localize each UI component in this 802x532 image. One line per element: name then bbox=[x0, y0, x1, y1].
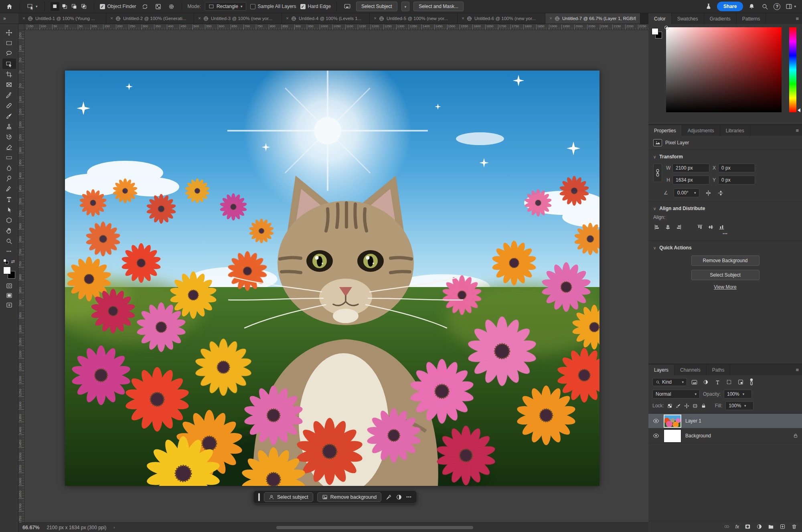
select-subject-button[interactable]: Select Subject bbox=[356, 2, 397, 11]
tab-layers[interactable]: Layers bbox=[648, 364, 674, 375]
home-button[interactable] bbox=[5, 2, 14, 11]
visibility-eye-icon[interactable] bbox=[652, 419, 660, 423]
zoom-level[interactable]: 66.67% bbox=[22, 525, 39, 530]
flip-vertical-button[interactable] bbox=[717, 190, 724, 196]
tab-untitled-5[interactable]: ×Untitled-5 @ 100% (new yor... bbox=[370, 13, 458, 24]
new-selection-button[interactable] bbox=[51, 2, 59, 11]
lock-artboard-button[interactable] bbox=[693, 403, 698, 409]
clone-stamp-tool[interactable] bbox=[2, 121, 16, 131]
beta-features-button[interactable] bbox=[704, 2, 713, 11]
frame-tool[interactable] bbox=[2, 79, 16, 90]
adjustment-icon[interactable] bbox=[396, 494, 402, 500]
tab-swatches[interactable]: Swatches bbox=[672, 13, 704, 24]
link-dimensions-button[interactable] bbox=[653, 164, 662, 182]
canvas-area[interactable]: Select subject Remove background ••• bbox=[24, 30, 648, 522]
layer-effects-button[interactable]: fx bbox=[735, 524, 739, 530]
tab-libraries[interactable]: Libraries bbox=[720, 125, 750, 136]
x-field[interactable]: 0 px bbox=[718, 164, 755, 172]
tool-preset-button[interactable]: ▾ bbox=[26, 2, 39, 11]
status-chevron-icon[interactable]: › bbox=[113, 526, 115, 530]
lock-position-button[interactable] bbox=[684, 403, 689, 409]
filter-kind-dropdown[interactable]: Kind ▾ bbox=[652, 378, 687, 386]
horizontal-ruler[interactable]: 1501005005010015020025030035040045050055… bbox=[24, 24, 648, 30]
type-tool[interactable] bbox=[2, 194, 16, 204]
tab-color[interactable]: Color bbox=[648, 13, 672, 24]
filter-type-layers-button[interactable] bbox=[713, 378, 722, 386]
flip-horizontal-button[interactable] bbox=[705, 190, 712, 196]
quick-actions-header[interactable]: ∨Quick Actions bbox=[653, 245, 797, 251]
height-field[interactable]: 1634 px bbox=[672, 176, 709, 184]
screen-mode-menu-button[interactable] bbox=[6, 302, 12, 308]
close-icon[interactable]: × bbox=[22, 16, 25, 21]
eyedropper-tool[interactable] bbox=[2, 90, 16, 100]
tab-untitled-3[interactable]: ×Untitled-3 @ 100% (new yor... bbox=[194, 13, 282, 24]
object-finder-checkbox[interactable]: ✓ Object Finder bbox=[100, 4, 136, 9]
document-canvas[interactable] bbox=[65, 71, 599, 486]
crop-tool[interactable] bbox=[2, 69, 16, 79]
close-icon[interactable]: × bbox=[549, 16, 552, 21]
screen-mode-button[interactable] bbox=[6, 292, 12, 299]
tab-untitled-7-active[interactable]: ×Untitled-7 @ 66.7% (Layer 1, RGB/8) * bbox=[545, 13, 640, 24]
color-picker-handle[interactable] bbox=[664, 26, 668, 29]
panel-menu-icon[interactable]: ≡ bbox=[796, 16, 799, 22]
panel-menu-icon[interactable]: ≡ bbox=[796, 367, 799, 373]
tab-untitled-4[interactable]: ×Untitled-4 @ 100% (Levels 1... bbox=[282, 13, 370, 24]
hue-slider-handle[interactable] bbox=[798, 108, 800, 112]
select-and-mask-button[interactable]: Select and Mask... bbox=[413, 2, 464, 11]
tab-untitled-2[interactable]: ×Untitled-2 @ 100% (Generati... bbox=[106, 13, 194, 24]
ctx-select-subject-button[interactable]: Select subject bbox=[264, 492, 313, 502]
opacity-dropdown[interactable]: 100%▾ bbox=[724, 390, 752, 398]
more-options-icon[interactable]: ••• bbox=[406, 495, 412, 499]
quick-mask-button[interactable] bbox=[6, 283, 12, 289]
refresh-button[interactable] bbox=[140, 2, 150, 11]
object-selection-tool[interactable] bbox=[2, 59, 16, 69]
swap-colors-button[interactable]: ⇄ bbox=[11, 259, 14, 264]
tab-untitled-6[interactable]: ×Untitled-6 @ 100% (new yor... bbox=[458, 13, 545, 24]
intersect-selection-button[interactable] bbox=[79, 2, 88, 11]
foreground-background-colors[interactable] bbox=[3, 267, 15, 279]
tab-untitled-1[interactable]: ×Untitled-1 @ 100% (Young ... bbox=[18, 13, 106, 24]
lasso-tool[interactable] bbox=[2, 48, 16, 59]
close-icon[interactable]: × bbox=[198, 16, 201, 21]
hue-slider[interactable] bbox=[789, 27, 796, 112]
workspace-button[interactable]: ▾ bbox=[784, 2, 797, 11]
new-layer-button[interactable] bbox=[780, 524, 786, 530]
lock-image-pixels-button[interactable] bbox=[676, 403, 681, 409]
align-bottom-button[interactable] bbox=[719, 224, 725, 230]
blur-tool[interactable] bbox=[2, 163, 16, 173]
filter-smart-objects-button[interactable] bbox=[736, 378, 745, 386]
select-subject-quick-button[interactable]: Select Subject bbox=[691, 270, 759, 280]
transform-header[interactable]: ∨Transform bbox=[653, 154, 797, 160]
align-center-h-button[interactable] bbox=[665, 224, 671, 230]
lock-transparent-pixels-button[interactable] bbox=[667, 403, 672, 409]
tab-gradients[interactable]: Gradients bbox=[704, 13, 737, 24]
layer-filter-toggle[interactable] bbox=[749, 378, 753, 386]
drag-handle[interactable] bbox=[258, 493, 260, 501]
width-field[interactable]: 2100 px bbox=[672, 164, 709, 172]
tab-channels[interactable]: Channels bbox=[674, 364, 707, 375]
mode-dropdown[interactable]: Rectangle ▾ bbox=[205, 2, 246, 11]
layer-row-layer1[interactable]: Layer 1 bbox=[648, 414, 802, 429]
add-to-selection-button[interactable] bbox=[60, 2, 69, 11]
path-selection-tool[interactable] bbox=[2, 204, 16, 215]
help-button[interactable]: ? bbox=[774, 3, 780, 10]
object-finder-settings-button[interactable] bbox=[167, 2, 176, 11]
y-field[interactable]: 0 px bbox=[718, 176, 755, 184]
healing-brush-tool[interactable] bbox=[2, 100, 16, 111]
close-icon[interactable]: × bbox=[110, 16, 113, 21]
foreground-background-swatch[interactable] bbox=[652, 28, 662, 38]
layer-thumbnail[interactable] bbox=[664, 415, 681, 428]
sample-all-layers-checkbox[interactable]: Sample All Layers bbox=[250, 4, 296, 9]
notifications-button[interactable] bbox=[747, 2, 756, 11]
filter-adjustment-layers-button[interactable] bbox=[701, 378, 710, 386]
delete-layer-button[interactable] bbox=[791, 524, 797, 530]
new-adjustment-layer-button[interactable] bbox=[756, 524, 762, 530]
move-tool[interactable] bbox=[2, 27, 16, 38]
foreground-color[interactable] bbox=[3, 267, 11, 274]
toolbar-expand-button[interactable]: » bbox=[0, 13, 18, 24]
dodge-tool[interactable] bbox=[2, 173, 16, 184]
history-brush-tool[interactable] bbox=[2, 131, 16, 142]
feedback-button[interactable] bbox=[342, 2, 352, 11]
align-more-button[interactable]: ••• bbox=[653, 230, 797, 237]
edit-toolbar-button[interactable]: ••• bbox=[6, 249, 11, 253]
